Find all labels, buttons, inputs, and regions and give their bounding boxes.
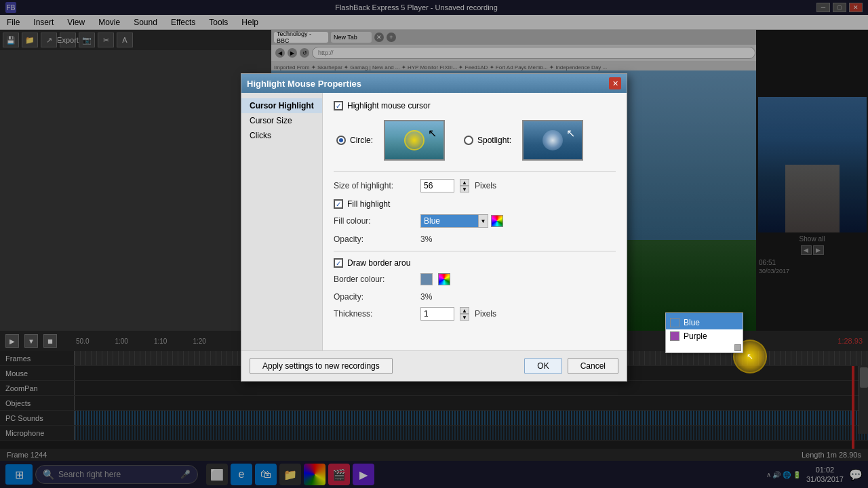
fill-highlight-row: Fill highlight [334,199,616,209]
dialog-footer: Apply settings to new recordings OK Canc… [241,350,627,381]
thickness-input[interactable] [420,307,454,321]
blue-swatch [670,318,679,327]
opacity-row: Opacity: 3% [334,235,616,244]
circle-radio[interactable] [336,136,346,145]
highlight-mouse-dialog: Highlight Mouse Properties ✕ Cursor High… [241,73,627,382]
color-option-purple[interactable]: Purple [666,329,743,343]
dialog-main-content: Highlight mouse cursor Circle: ↖ Spotlig… [323,93,627,350]
size-up-button[interactable]: ▲ [460,179,469,186]
fill-highlight-checkbox[interactable] [334,199,343,209]
divider-1 [334,171,616,172]
fill-highlight-label: Fill highlight [347,199,390,209]
highlight-mouse-checkbox[interactable] [334,101,343,110]
purple-swatch [670,331,679,341]
border-opacity-label: Opacity: [334,292,415,302]
shape-radio-group: Circle: ↖ Spotlight: ↖ [334,120,616,161]
fill-colour-dropdown-text: Blue [424,216,440,226]
size-spinner: ▲ ▼ [460,179,469,192]
highlight-mouse-label: Highlight mouse cursor [347,101,431,110]
thickness-down-button[interactable]: ▼ [460,314,469,321]
size-row: Size of highlight: ▲ ▼ Pixels [334,179,616,192]
cancel-button[interactable]: Cancel [568,358,618,374]
size-unit: Pixels [475,181,496,190]
highlight-mouse-row: Highlight mouse cursor [334,101,616,110]
thickness-spinner: ▲ ▼ [460,307,469,321]
spotlight-preview-thumb: ↖ [522,120,583,161]
border-opacity-value: 3% [420,292,432,302]
dialog-close-button[interactable]: ✕ [609,77,621,89]
divider-2 [334,251,616,251]
circle-preview-thumb: ↖ [384,120,445,161]
fill-colour-label: Fill colour: [334,216,415,226]
opacity-label: Opacity: [334,235,415,244]
nav-cursor-highlight[interactable]: Cursor Highlight [241,98,322,113]
opacity-value: 3% [420,235,432,244]
color-dropdown-popup: Blue Purple [665,312,743,353]
cursor-symbol: ↖ [747,352,753,361]
size-input[interactable] [420,179,454,192]
nav-clicks[interactable]: Clicks [241,128,322,143]
border-opacity-row: Opacity: 3% [334,292,616,302]
thickness-row: Thickness: ▲ ▼ Pixels [334,307,616,321]
thickness-label: Thickness: [334,309,415,319]
dialog-title: Highlight Mouse Properties [247,79,361,89]
circle-option[interactable]: Circle: [336,136,373,145]
dropdown-scrollbar-thumb[interactable] [734,344,741,351]
size-down-button[interactable]: ▼ [460,186,469,192]
dropdown-scrollbar [666,343,743,352]
fill-colour-dropdown-arrow[interactable]: ▼ [478,215,488,227]
thickness-unit: Pixels [475,309,496,319]
spotlight-label: Spotlight: [477,136,511,145]
apply-settings-button[interactable]: Apply settings to new recordings [250,358,393,374]
dialog-titlebar: Highlight Mouse Properties ✕ [241,74,627,93]
border-colour-row: Border colour: [334,273,616,285]
dialog-body: Cursor Highlight Cursor Size Clicks High… [241,93,627,350]
draw-border-row: Draw border arou [334,258,616,268]
border-colour-swatch[interactable] [420,273,433,285]
spotlight-option[interactable]: Spotlight: [464,136,511,145]
spotlight-cursor-preview: ↖ [566,127,575,140]
color-picker-button[interactable] [491,215,503,227]
circle-highlight-preview [404,130,425,150]
draw-border-label: Draw border arou [347,258,410,268]
nav-cursor-size[interactable]: Cursor Size [241,113,322,128]
dialog-nav: Cursor Highlight Cursor Size Clicks [241,93,323,350]
border-color-picker-button[interactable] [438,273,450,285]
thickness-up-button[interactable]: ▲ [460,307,469,314]
border-colour-label: Border colour: [334,274,415,284]
ok-button[interactable]: OK [524,358,561,374]
fill-colour-row: Fill colour: Blue ▼ [334,214,616,228]
draw-border-checkbox[interactable] [334,258,343,268]
color-option-blue[interactable]: Blue [666,316,743,329]
spotlight-highlight-preview [542,130,563,150]
circle-label: Circle: [350,136,373,145]
size-label: Size of highlight: [334,181,415,190]
cursor-preview-arrow: ↖ [428,127,437,140]
spotlight-radio[interactable] [464,136,473,145]
